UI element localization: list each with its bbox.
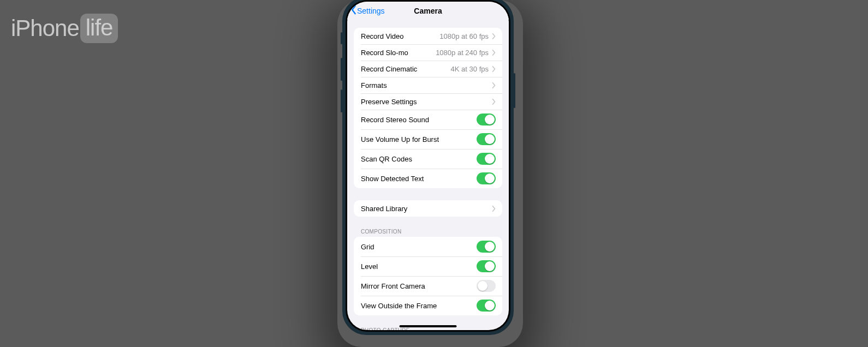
toggle-knob [478, 281, 487, 291]
row-right [477, 300, 496, 312]
row-right: 1080p at 60 fps [439, 32, 496, 40]
page-title: Camera [414, 7, 442, 15]
row-right [477, 153, 496, 165]
brand-logo: iPhonelife [11, 14, 118, 43]
back-label: Settings [357, 7, 385, 15]
row-label: View Outside the Frame [361, 302, 437, 310]
toggle-switch[interactable] [477, 241, 496, 253]
row-right [492, 99, 496, 105]
settings-row[interactable]: Record Slo-mo1080p at 240 fps [354, 44, 502, 61]
section-header-composition: COMPOSITION [361, 229, 495, 235]
settings-row[interactable]: Shared Library [354, 200, 502, 217]
chevron-right-icon [492, 206, 496, 212]
row-label: Level [361, 262, 378, 271]
settings-group-library: Shared Library [354, 200, 502, 217]
logo-suffix: life [80, 14, 118, 43]
row-right [477, 260, 496, 272]
row-value: 4K at 30 fps [451, 65, 489, 73]
row-label: Show Detected Text [361, 175, 424, 183]
row-label: Shared Library [361, 205, 407, 213]
chevron-right-icon [492, 50, 496, 56]
chevron-left-icon [350, 5, 357, 16]
row-right [492, 206, 496, 212]
row-value: 1080p at 240 fps [436, 49, 489, 57]
settings-row[interactable]: Use Volume Up for Burst [354, 129, 502, 149]
logo-brand: iPhone [11, 15, 79, 41]
row-right [492, 82, 496, 88]
settings-row[interactable]: Scan QR Codes [354, 149, 502, 169]
row-label: Record Video [361, 32, 404, 40]
row-label: Preserve Settings [361, 98, 417, 106]
row-label: Record Cinematic [361, 65, 417, 73]
chevron-right-icon [492, 99, 496, 105]
row-label: Grid [361, 243, 374, 251]
row-label: Use Volume Up for Burst [361, 135, 439, 143]
settings-group-composition: GridLevelMirror Front CameraView Outside… [354, 237, 502, 315]
toggle-switch[interactable] [477, 260, 496, 272]
row-right [477, 133, 496, 145]
settings-row[interactable]: Level [354, 256, 502, 276]
toggle-switch[interactable] [477, 300, 496, 312]
navigation-bar: Settings Camera [347, 2, 509, 20]
row-right [477, 172, 496, 184]
phone-screen: Settings Camera Record Video1080p at 60 … [347, 2, 509, 330]
row-right: 1080p at 240 fps [436, 49, 496, 57]
toggle-knob [485, 154, 495, 164]
toggle-switch[interactable] [477, 172, 496, 184]
settings-row[interactable]: Grid [354, 237, 502, 256]
volume-up-button [341, 58, 342, 81]
toggle-knob [485, 242, 495, 252]
settings-row[interactable]: Show Detected Text [354, 169, 502, 188]
settings-row[interactable]: Mirror Front Camera [354, 276, 502, 296]
phone-bezel: Settings Camera Record Video1080p at 60 … [346, 0, 510, 332]
mute-switch [341, 32, 342, 44]
settings-row[interactable]: Preserve Settings [354, 93, 502, 110]
row-label: Mirror Front Camera [361, 282, 425, 290]
settings-group-recording: Record Video1080p at 60 fpsRecord Slo-mo… [354, 28, 502, 188]
phone-frame: Settings Camera Record Video1080p at 60 … [342, 0, 514, 335]
toggle-knob [485, 174, 495, 183]
row-right: 4K at 30 fps [451, 65, 496, 73]
section-header-photo-capture: PHOTO CAPTURE [361, 327, 495, 330]
toggle-knob [485, 301, 495, 310]
toggle-knob [485, 261, 495, 271]
chevron-right-icon [492, 82, 496, 88]
chevron-right-icon [492, 66, 496, 72]
row-right [477, 280, 496, 292]
volume-down-button [341, 89, 342, 112]
settings-row[interactable]: Record Cinematic4K at 30 fps [354, 61, 502, 77]
toggle-switch[interactable] [477, 113, 496, 125]
settings-row[interactable]: View Outside the Frame [354, 296, 502, 315]
settings-row[interactable]: Record Stereo Sound [354, 110, 502, 129]
toggle-knob [485, 134, 495, 144]
row-label: Scan QR Codes [361, 155, 412, 163]
row-value: 1080p at 60 fps [439, 32, 489, 40]
row-right [477, 113, 496, 125]
settings-content: Record Video1080p at 60 fpsRecord Slo-mo… [347, 20, 509, 330]
toggle-knob [485, 115, 495, 124]
settings-row[interactable]: Record Video1080p at 60 fps [354, 28, 502, 44]
toggle-switch[interactable] [477, 133, 496, 145]
row-right [477, 241, 496, 253]
home-indicator[interactable] [400, 325, 457, 327]
row-label: Record Stereo Sound [361, 116, 429, 124]
row-label: Record Slo-mo [361, 49, 408, 57]
chevron-right-icon [492, 33, 496, 39]
power-button [514, 73, 515, 108]
settings-row[interactable]: Formats [354, 77, 502, 93]
row-label: Formats [361, 81, 387, 89]
toggle-switch[interactable] [477, 153, 496, 165]
back-button[interactable]: Settings [350, 5, 385, 16]
toggle-switch[interactable] [477, 280, 496, 292]
